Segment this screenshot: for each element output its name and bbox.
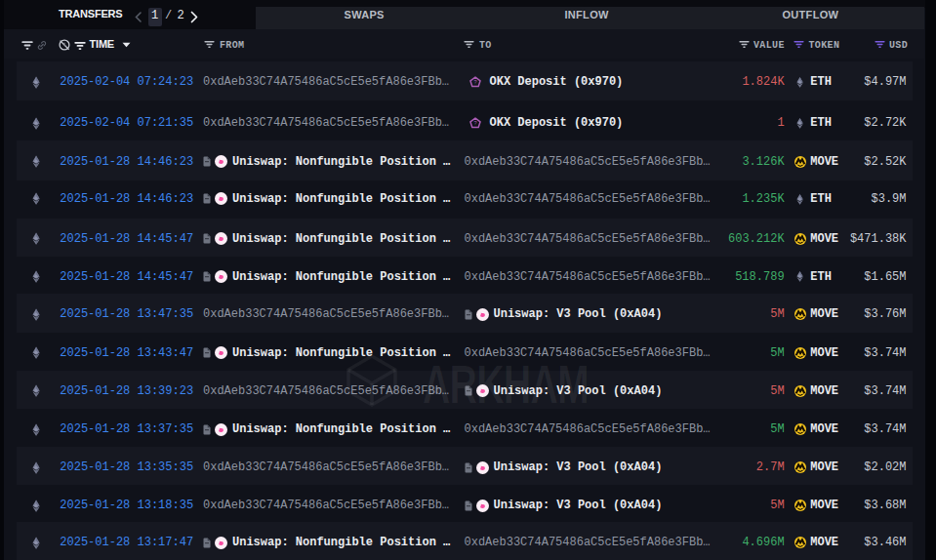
svg-text:?: ? (473, 79, 476, 85)
svg-text:?: ? (473, 120, 476, 126)
